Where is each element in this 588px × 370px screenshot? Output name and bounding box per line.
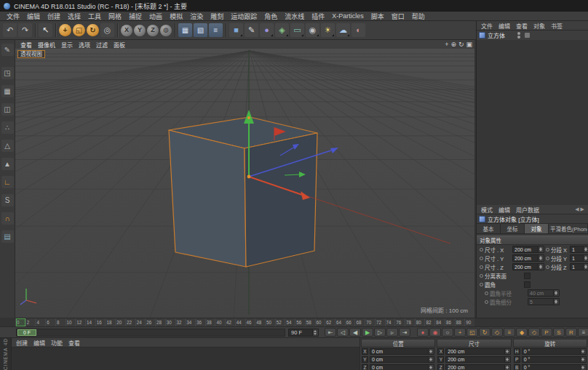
menu-item[interactable]: 流水线	[281, 12, 308, 21]
polygons-mode-icon[interactable]: ▲	[1, 158, 14, 170]
menu-item[interactable]: 编辑	[23, 12, 44, 21]
cube-primitive-icon[interactable]: ■	[229, 23, 243, 37]
material-list[interactable]	[12, 347, 359, 370]
record-scale-toggle[interactable]: ◱	[466, 328, 478, 337]
object-name[interactable]: 立方体	[488, 31, 505, 39]
panel-menu-item[interactable]: 编辑	[496, 206, 513, 214]
workplane-lock-icon[interactable]: ▤	[1, 230, 14, 243]
object-tree[interactable]: 立方体	[477, 31, 588, 205]
next-key-button[interactable]: ▹	[386, 328, 398, 337]
spinner[interactable]	[428, 357, 434, 362]
y-axis-lock-icon[interactable]: Y	[134, 25, 146, 36]
key-interpolation-icon[interactable]: ◆	[516, 328, 528, 337]
prev-frame-button[interactable]: ◀	[349, 328, 361, 337]
record-pla-toggle[interactable]: ≡	[504, 328, 515, 337]
spinner[interactable]	[504, 365, 510, 370]
viewport-menu-item[interactable]: 面板	[111, 41, 128, 49]
menu-item[interactable]: X-Particles	[328, 12, 368, 20]
enable-snap-icon[interactable]: ∩	[1, 212, 14, 225]
redo-icon[interactable]: ↷	[18, 23, 32, 37]
object-row-cube[interactable]: 立方体	[477, 31, 588, 40]
position-key-icon[interactable]: P	[541, 328, 552, 337]
spinner[interactable]	[580, 365, 586, 370]
attribute-value-field[interactable]: 1	[570, 246, 588, 253]
sky-object-icon[interactable]: ☁	[336, 23, 350, 37]
record-rotation-toggle[interactable]: ↻	[479, 328, 490, 337]
viewport-view-label[interactable]: 透视视图	[17, 50, 45, 58]
subdivision-surface-icon[interactable]: ●	[260, 23, 274, 37]
viewport-menu-item[interactable]: 摄像机	[35, 41, 58, 49]
pan-view-icon[interactable]: +	[445, 41, 448, 48]
render-settings-icon[interactable]: ≡	[209, 23, 223, 37]
floor-object-icon[interactable]: ▭	[290, 23, 304, 37]
record-parameter-toggle[interactable]: ◇	[491, 328, 503, 337]
viewport-solo-icon[interactable]: S	[1, 194, 14, 206]
cube-right-face[interactable]	[245, 133, 317, 267]
menu-item[interactable]: 脚本	[368, 12, 388, 21]
autokey-button[interactable]: ◉	[429, 328, 441, 337]
camera-object-icon[interactable]: ◉	[306, 23, 319, 37]
spinner[interactable]	[580, 349, 586, 354]
array-generator-icon[interactable]: ◈	[275, 23, 289, 37]
anim-dot[interactable]	[480, 274, 483, 278]
checkbox[interactable]	[524, 281, 531, 288]
tab-coordinates[interactable]: 坐标	[501, 224, 525, 233]
menu-item[interactable]: 帮助	[408, 12, 429, 21]
viewport-menu-item[interactable]: 过滤	[93, 41, 111, 49]
anim-dot[interactable]	[480, 265, 483, 269]
menu-item[interactable]: 网格	[105, 12, 125, 21]
attribute-value-field[interactable]: 1	[570, 254, 588, 262]
menu-item[interactable]: 动画	[146, 12, 166, 21]
menu-item[interactable]: 创建	[44, 12, 64, 21]
object-properties-header[interactable]: 对象属性	[477, 236, 588, 245]
menu-item[interactable]: 渲染	[186, 12, 207, 21]
panel-menu-item[interactable]: 文件	[478, 22, 496, 30]
object-state-icon[interactable]	[525, 33, 530, 38]
timeline-handle[interactable]: 0 F	[17, 329, 36, 336]
scale-tool-icon[interactable]: ◱	[73, 24, 85, 36]
anim-dot[interactable]	[480, 248, 483, 252]
attribute-value-field[interactable]: 200 cm	[512, 263, 544, 270]
spinner[interactable]	[538, 264, 544, 270]
coordinate-field[interactable]: 0 cm	[370, 364, 434, 370]
light-object-icon[interactable]: ☀	[321, 23, 335, 37]
menu-item[interactable]: 窗口	[388, 12, 408, 21]
move-tool-icon[interactable]: +	[59, 24, 71, 36]
goto-start-button[interactable]: ⇤	[325, 328, 336, 337]
panel-menu-item[interactable]: 编辑	[31, 339, 48, 347]
cube-left-face[interactable]	[169, 130, 246, 267]
panel-menu-item[interactable]: 模式	[478, 206, 496, 214]
coordinate-field[interactable]: 0 cm	[370, 356, 434, 363]
spinner[interactable]	[312, 329, 318, 336]
coordinate-field[interactable]: 200 cm	[445, 348, 510, 355]
attribute-value-field[interactable]: 1	[570, 263, 588, 270]
record-position-toggle[interactable]: +	[454, 328, 466, 337]
menu-item[interactable]: 文件	[3, 12, 23, 21]
coordinate-field[interactable]: 200 cm	[445, 364, 510, 370]
rotation-header[interactable]: 旋转	[513, 339, 587, 347]
menu-item[interactable]: 角色	[261, 12, 281, 21]
render-picture-viewer-icon[interactable]: ▧	[194, 23, 207, 37]
texture-mode-icon[interactable]: ▦	[1, 85, 14, 97]
keyframe-presets-icon[interactable]: ◇	[528, 328, 540, 337]
panel-menu-item[interactable]: 查看	[513, 22, 531, 30]
viewport-menu-item[interactable]: 选项	[76, 41, 93, 49]
timeline-ruler[interactable]: 0246810121416182022242628303234363840424…	[15, 318, 474, 326]
model-mode-icon[interactable]: ◳	[1, 67, 14, 79]
visibility-dots[interactable]	[517, 32, 520, 39]
coordinate-field[interactable]: 0 °	[522, 348, 587, 355]
next-frame-button[interactable]: ▷	[374, 328, 386, 337]
history-nav-icons[interactable]: ◀▶	[575, 206, 586, 212]
anim-dot[interactable]	[546, 265, 549, 269]
size-header[interactable]: 尺寸	[437, 339, 511, 347]
spinner[interactable]	[583, 246, 588, 252]
tab-basic[interactable]: 基本	[477, 224, 501, 233]
goto-end-button[interactable]: ⇥	[399, 328, 410, 337]
tab-phong[interactable]: 平滑着色(Phong)	[549, 224, 588, 233]
checkbox[interactable]	[524, 273, 531, 279]
end-frame-field[interactable]: 90 F	[288, 329, 319, 337]
points-mode-icon[interactable]: ∴	[1, 121, 14, 134]
gizmo-origin-handle[interactable]	[247, 175, 251, 179]
viewport[interactable]: 查看摄像机显示选项过滤面板 +⊕↻▣	[15, 40, 474, 318]
y-scale-handle[interactable]	[247, 116, 250, 119]
